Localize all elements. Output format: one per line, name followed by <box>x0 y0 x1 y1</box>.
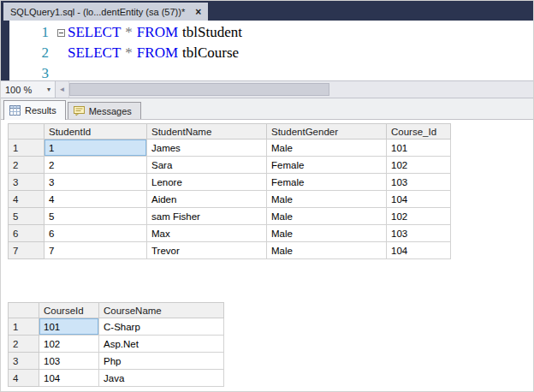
column-header[interactable]: CourseId <box>39 303 99 318</box>
close-icon[interactable]: × <box>195 7 201 17</box>
results-tab-strip: Results Messages <box>1 98 533 120</box>
grid-row: 22SaraFemale102 <box>9 157 451 174</box>
grid-cell[interactable]: 2 <box>44 157 147 174</box>
line-number: 3 <box>9 65 54 80</box>
scrollbar-thumb[interactable] <box>69 83 329 96</box>
row-header[interactable]: 5 <box>9 208 44 225</box>
row-header[interactable]: 7 <box>9 242 44 259</box>
grid-row: 1101C-Sharp <box>9 318 224 336</box>
line-number: 2 <box>9 45 54 62</box>
student-results-grid[interactable]: StudentIdStudentNameStudentGenderCourse_… <box>8 123 451 259</box>
collapse-region-icon[interactable] <box>57 29 65 37</box>
zoom-value: 100 % <box>5 85 32 95</box>
grid-cell[interactable]: 3 <box>44 174 147 191</box>
document-tab[interactable]: SQLQuery1.sql - (lo...dentEntity (sa (57… <box>3 3 208 21</box>
grid-cell[interactable]: 1 <box>44 140 147 157</box>
grid-cell[interactable]: sam Fisher <box>147 208 267 225</box>
code-line-2: 2 SELECT * FROM tblCourse <box>9 43 533 63</box>
grid-cell[interactable]: 103 <box>387 225 451 242</box>
results-grid-icon <box>9 105 21 116</box>
results-pane: StudentIdStudentNameStudentGenderCourse_… <box>1 120 533 387</box>
sql-keyword-from: FROM <box>137 24 178 41</box>
grid-header-row: StudentIdStudentNameStudentGenderCourse_… <box>9 124 451 140</box>
grid-cell[interactable]: 5 <box>44 208 147 225</box>
grid-cell[interactable]: 102 <box>39 336 99 353</box>
grid-corner-cell[interactable] <box>9 124 44 140</box>
sql-keyword-from: FROM <box>137 45 178 62</box>
grid-cell[interactable]: 101 <box>387 140 451 157</box>
grid-cell[interactable]: Male <box>267 242 387 259</box>
row-header[interactable]: 1 <box>9 318 39 336</box>
sql-editor[interactable]: 1 SELECT * FROM tblStudent 2 SELECT * FR… <box>1 21 533 80</box>
document-tab-strip: SQLQuery1.sql - (lo...dentEntity (sa (57… <box>1 1 533 21</box>
row-header[interactable]: 6 <box>9 225 44 242</box>
grid-cell[interactable]: Female <box>267 174 387 191</box>
row-header[interactable]: 3 <box>9 353 39 370</box>
column-header[interactable]: Course_Id <box>387 124 451 140</box>
grid-cell[interactable]: Male <box>267 191 387 208</box>
sql-star-operator: * <box>125 45 133 62</box>
tab-results[interactable]: Results <box>3 100 66 120</box>
row-header[interactable]: 4 <box>9 370 39 387</box>
column-header[interactable]: StudentId <box>44 124 147 140</box>
grid-cell[interactable]: Male <box>267 208 387 225</box>
grid-cell[interactable]: C-Sharp <box>99 318 224 336</box>
grid-cell[interactable]: 6 <box>44 225 147 242</box>
sql-star-operator: * <box>125 24 133 41</box>
grid-cell[interactable]: 102 <box>387 208 451 225</box>
grid-row: 33LenoreFemale103 <box>9 174 451 191</box>
grid-cell[interactable]: Trevor <box>147 242 267 259</box>
grid-row: 4104Java <box>9 370 224 387</box>
messages-icon <box>74 106 85 116</box>
grid-row: 3103Php <box>9 353 224 370</box>
grid-header-row: CourseIdCourseName <box>9 303 224 318</box>
grid-cell[interactable]: Max <box>147 225 267 242</box>
grid-cell[interactable]: 104 <box>387 191 451 208</box>
horizontal-scrollbar[interactable] <box>69 81 533 98</box>
row-header[interactable]: 3 <box>9 174 44 191</box>
fold-margin <box>54 29 68 37</box>
grid-row: 11JamesMale101 <box>9 140 451 157</box>
line-number: 1 <box>9 24 54 41</box>
row-header[interactable]: 2 <box>9 336 39 353</box>
grid-cell[interactable]: 104 <box>387 242 451 259</box>
grid-cell[interactable]: Aiden <box>147 191 267 208</box>
grid-cell[interactable]: Php <box>99 353 224 370</box>
editor-left-margin <box>1 21 9 80</box>
grid-cell[interactable]: Female <box>267 157 387 174</box>
grid-cell[interactable]: 103 <box>39 353 99 370</box>
grid-row: 77TrevorMale104 <box>9 242 451 259</box>
editor-body: 1 SELECT * FROM tblStudent 2 SELECT * FR… <box>9 21 533 80</box>
code-line-1: 1 SELECT * FROM tblStudent <box>9 22 533 43</box>
zoom-selector[interactable]: 100 % ▾ <box>1 81 56 98</box>
row-header[interactable]: 4 <box>9 191 44 208</box>
grid-cell[interactable]: Asp.Net <box>99 336 224 353</box>
grid-cell[interactable]: Lenore <box>147 174 267 191</box>
tab-messages[interactable]: Messages <box>68 102 141 119</box>
scroll-left-arrow-icon[interactable]: ◄ <box>56 81 69 98</box>
grid-cell[interactable]: Male <box>267 140 387 157</box>
column-header[interactable]: CourseName <box>99 303 224 318</box>
sql-keyword-select: SELECT <box>68 45 121 62</box>
column-header[interactable]: StudentGender <box>267 124 387 140</box>
grid-cell[interactable]: Male <box>267 225 387 242</box>
grid-corner-cell[interactable] <box>9 303 39 318</box>
course-results-grid[interactable]: CourseIdCourseName1101C-Sharp2102Asp.Net… <box>8 302 224 387</box>
grid-cell[interactable]: Sara <box>147 157 267 174</box>
grid-cell[interactable]: 103 <box>387 174 451 191</box>
grid-cell[interactable]: James <box>147 140 267 157</box>
grid-cell[interactable]: 102 <box>387 157 451 174</box>
grid-cell[interactable]: 4 <box>44 191 147 208</box>
grid-row: 66MaxMale103 <box>9 225 451 242</box>
tab-results-label: Results <box>25 105 56 116</box>
sql-keyword-select: SELECT <box>68 24 121 41</box>
sql-table-name: tblStudent <box>182 24 242 41</box>
column-header[interactable]: StudentName <box>147 124 267 140</box>
grid-row: 44AidenMale104 <box>9 191 451 208</box>
grid-cell[interactable]: 104 <box>39 370 99 387</box>
grid-cell[interactable]: 7 <box>44 242 147 259</box>
grid-cell[interactable]: 101 <box>39 318 99 336</box>
grid-cell[interactable]: Java <box>99 370 224 387</box>
row-header[interactable]: 2 <box>9 157 44 174</box>
row-header[interactable]: 1 <box>9 140 44 157</box>
